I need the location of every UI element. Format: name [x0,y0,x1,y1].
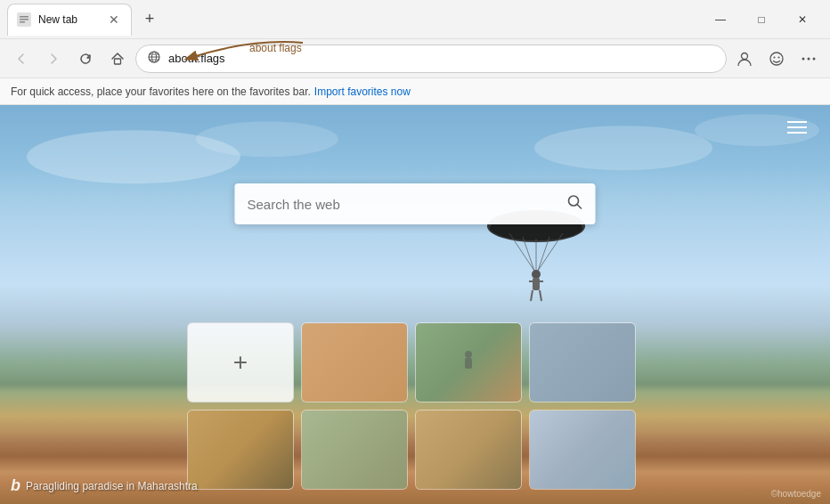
search-input[interactable] [248,197,558,212]
menu-line-3 [787,132,807,134]
tab-close-button[interactable]: ✕ [106,12,122,28]
bing-branding: b Paragliding paradise in Maharashtra [11,476,198,495]
tab-bar: New tab ✕ + [7,4,700,36]
thumbnail-7 [530,411,635,489]
svg-point-37 [465,351,472,358]
minimize-button[interactable]: — [700,5,741,34]
globe-icon [147,50,161,67]
profile-button[interactable] [730,45,759,73]
add-icon: + [233,348,248,377]
thumbnail-1 [302,323,407,402]
thumbnail-3 [530,323,635,402]
search-bar [235,183,596,224]
nav-bar [0,39,830,78]
svg-rect-1 [20,16,28,18]
title-bar: New tab ✕ + — □ ✕ [0,0,830,39]
thumbnail-6 [416,411,521,489]
favorites-bar-text: For quick access, place your favorites h… [11,85,311,98]
svg-point-12 [774,56,776,58]
speed-dial-item[interactable] [301,410,408,490]
close-button[interactable]: ✕ [782,5,823,34]
address-input[interactable] [168,52,715,65]
svg-rect-4 [115,59,121,64]
thumbnail-4 [188,411,293,489]
menu-icon[interactable] [782,116,812,139]
svg-point-14 [802,57,805,60]
thumbnail-5 [302,411,407,489]
add-speed-dial-button[interactable]: + [187,322,294,402]
home-button[interactable] [103,45,132,73]
emoji-button[interactable] [762,45,791,73]
menu-line-1 [787,121,807,123]
maximize-button[interactable]: □ [741,5,782,34]
svg-rect-3 [20,21,25,23]
svg-point-15 [808,57,810,60]
tab-title: New tab [38,13,99,26]
svg-point-10 [742,53,748,59]
speed-dial-item[interactable] [301,322,408,402]
speed-dials-grid: + [187,322,643,490]
background-caption: Paragliding paradise in Maharashtra [26,480,198,492]
bing-logo: b [11,476,20,495]
svg-rect-2 [20,19,28,20]
active-tab[interactable]: New tab ✕ [7,4,132,36]
svg-point-16 [813,57,816,60]
svg-point-11 [770,53,783,65]
forward-button[interactable] [39,45,68,73]
watermark-text: ©howtoedge [771,489,821,499]
main-content: + b Paragliding paradise in [0,105,830,504]
search-container [235,183,596,224]
new-tab-button[interactable]: + [135,5,164,34]
speed-dial-item[interactable] [415,410,522,490]
favorites-bar: For quick access, place your favorites h… [0,78,830,105]
speed-dial-item[interactable] [415,322,522,402]
window-controls: — □ ✕ [700,5,823,34]
svg-line-36 [577,204,582,208]
right-nav-icons [730,45,823,73]
speed-dial-item[interactable] [529,322,636,402]
svg-rect-38 [465,358,472,369]
svg-point-21 [534,126,712,170]
import-favorites-link[interactable]: Import favorites now [314,85,411,98]
svg-point-13 [778,56,780,58]
speed-dial-item[interactable] [529,410,636,490]
back-button[interactable] [7,45,36,73]
speed-dial-item[interactable] [187,410,294,490]
address-bar[interactable] [135,45,727,73]
menu-line-2 [787,126,807,128]
thumbnail-2 [416,323,521,402]
svg-point-20 [196,121,338,157]
watermark: ©howtoedge [771,489,821,499]
tab-favicon [17,12,31,27]
search-button[interactable] [567,194,583,215]
more-button[interactable] [794,45,823,73]
refresh-button[interactable] [71,45,100,73]
